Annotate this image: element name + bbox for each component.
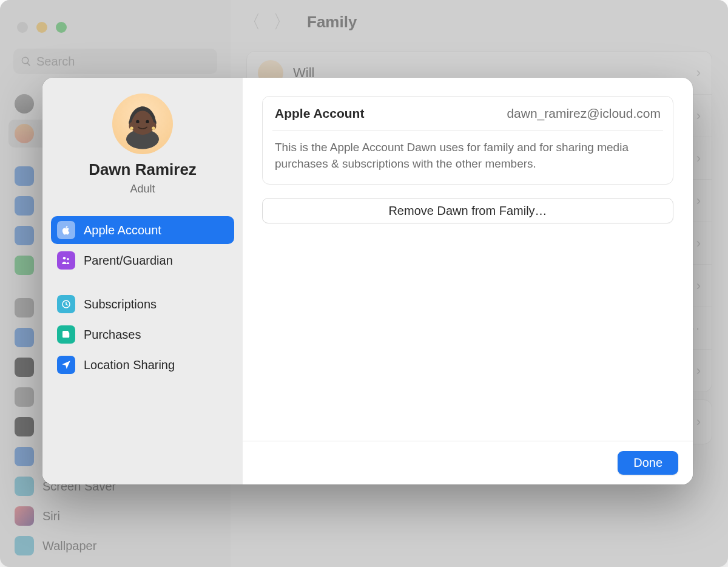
tab-label: Location Sharing	[84, 358, 175, 372]
modal-sidebar: Dawn Ramirez Adult Apple Account Parent/…	[42, 78, 243, 484]
person-name: Dawn Ramirez	[89, 160, 197, 179]
avatar	[112, 93, 173, 154]
tab-purchases[interactable]: Purchases	[51, 321, 234, 348]
svg-point-3	[136, 120, 139, 123]
button-label: Done	[633, 456, 662, 469]
tab-label: Apple Account	[84, 223, 161, 237]
svg-point-9	[63, 257, 66, 260]
tab-label: Subscriptions	[84, 297, 157, 311]
tab-apple-account[interactable]: Apple Account	[51, 216, 234, 244]
svg-point-7	[130, 127, 133, 130]
svg-point-4	[146, 120, 149, 123]
svg-point-8	[152, 127, 155, 130]
button-label: Remove Dawn from Family…	[388, 204, 547, 218]
svg-point-10	[67, 258, 69, 260]
location-icon	[57, 356, 75, 374]
purchases-icon	[57, 325, 75, 344]
family-member-modal: Dawn Ramirez Adult Apple Account Parent/…	[42, 78, 693, 484]
remove-from-family-button[interactable]: Remove Dawn from Family…	[262, 198, 673, 223]
apple-account-card: Apple Account dawn_ramirez@icloud.com Th…	[262, 96, 673, 185]
person-role: Adult	[130, 183, 155, 195]
account-description: This is the Apple Account Dawn uses for …	[263, 131, 673, 184]
tab-subscriptions[interactable]: Subscriptions	[51, 290, 234, 318]
parent-icon	[57, 251, 75, 270]
tab-label: Purchases	[84, 328, 141, 342]
tab-parent-guardian[interactable]: Parent/Guardian	[51, 246, 234, 274]
account-label: Apple Account	[275, 106, 364, 121]
account-email: dawn_ramirez@icloud.com	[507, 106, 661, 121]
subscriptions-icon	[57, 295, 75, 313]
done-button[interactable]: Done	[618, 451, 678, 475]
tab-location-sharing[interactable]: Location Sharing	[51, 351, 234, 379]
modal-content: Apple Account dawn_ramirez@icloud.com Th…	[243, 78, 693, 484]
tab-label: Parent/Guardian	[84, 254, 173, 268]
apple-icon	[57, 221, 75, 239]
modal-footer: Done	[243, 441, 693, 484]
